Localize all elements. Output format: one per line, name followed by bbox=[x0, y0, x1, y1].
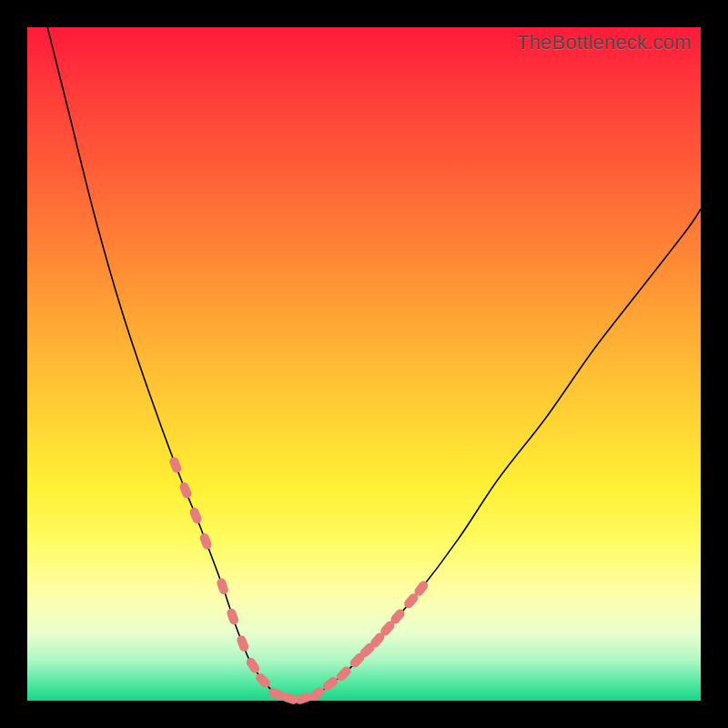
bottleneck-curve bbox=[27, 27, 701, 701]
curve-marker bbox=[168, 456, 183, 474]
curve-path bbox=[47, 27, 701, 701]
curve-marker bbox=[294, 692, 312, 705]
curve-marker bbox=[188, 506, 203, 524]
chart-frame: TheBottleneck.com bbox=[0, 0, 728, 728]
curve-marker bbox=[178, 481, 193, 500]
curve-marker bbox=[236, 634, 250, 652]
curve-marker bbox=[254, 672, 272, 690]
curve-marker bbox=[198, 532, 213, 551]
curve-marker bbox=[226, 607, 239, 625]
plot-area: TheBottleneck.com bbox=[27, 27, 701, 701]
curve-marker bbox=[245, 656, 261, 675]
curve-marker bbox=[216, 577, 229, 595]
marker-group bbox=[168, 456, 430, 705]
